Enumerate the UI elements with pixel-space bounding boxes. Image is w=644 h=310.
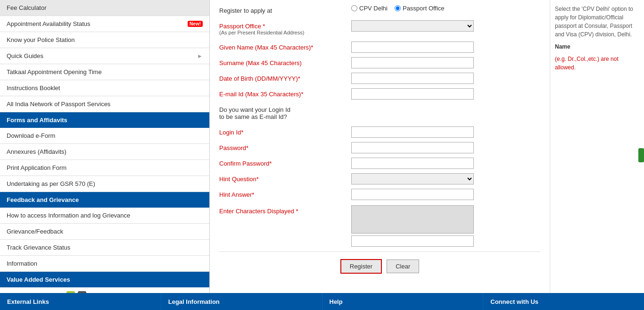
password-input-area (351, 142, 540, 153)
sidebar-item-know-police-station[interactable]: Know your Police Station (0, 32, 209, 48)
sidebar-header-value-added-header: Value Added Services (0, 272, 209, 287)
register-at-options: CPV Delhi Passport Office (351, 5, 445, 12)
password-input[interactable] (351, 142, 474, 153)
sidebar-item-download-eform[interactable]: Download e-Form (0, 128, 209, 144)
email-input-area (351, 88, 540, 100)
sidebar-item-print-application[interactable]: Print Application Form (0, 160, 209, 176)
captcha-image (351, 205, 474, 234)
captcha-label: Enter Characters Displayed * (219, 205, 351, 217)
login-same-email-label: Do you want your Login Id to be same as … (219, 104, 351, 123)
sidebar-label-instructions-booklet: Instructions Booklet (7, 84, 60, 92)
login-id-input[interactable] (351, 126, 474, 138)
arrow-icon-quick-guides: ► (197, 53, 203, 59)
sidebar-item-track-grievance[interactable]: Track Grievance Status (0, 240, 209, 256)
button-row: Register Clear (219, 251, 540, 281)
passport-office-radio[interactable] (395, 5, 401, 11)
sidebar-label-appointment-availability: Appointment Availability Status (7, 20, 91, 27)
login-same-email-row: Do you want your Login Id to be same as … (219, 104, 540, 123)
right-panel-line2: (e.g. Dr.,Col.,etc.) are not allowed. (555, 55, 639, 72)
sidebar-label-tatkaal-appointment: Tatkaal Appointment Opening Time (7, 68, 102, 75)
sidebar-item-mpassport[interactable]: mPassport Seva App ▲  (0, 287, 209, 293)
cpv-delhi-radio[interactable] (351, 5, 357, 11)
passport-office-input-area (351, 20, 540, 32)
sidebar-item-undertaking-gsr[interactable]: Undertaking as per GSR 570 (E) (0, 176, 209, 192)
scrollbar-indicator[interactable] (638, 148, 644, 162)
sidebar-item-fee-calculator[interactable]: Fee Calculator (0, 0, 209, 16)
footer-help[interactable]: Help (322, 293, 484, 310)
sidebar-item-annexures[interactable]: Annexures (Affidavits) (0, 144, 209, 160)
given-name-input-area (351, 42, 540, 53)
confirm-password-input[interactable] (351, 158, 474, 169)
login-id-label: Login Id* (219, 126, 351, 138)
dob-label: Date of Birth (DD/MM/YYYY)* (219, 73, 351, 84)
footer-legal-information[interactable]: Legal Information (161, 293, 322, 310)
sidebar-item-grievance-feedback[interactable]: Grievance/Feedback (0, 224, 209, 240)
dob-input-area (351, 73, 540, 84)
content-area: Fee CalculatorAppointment Availability S… (0, 0, 644, 293)
login-id-input-area (351, 126, 540, 138)
right-panel-name-header: Name (555, 42, 639, 51)
email-label: E-mail Id (Max 35 Characters)* (219, 88, 351, 100)
surname-row: Surname (Max 45 Characters) (219, 57, 540, 69)
main-content: Register to apply at CPV Delhi Passport … (210, 0, 550, 293)
sidebar-item-how-to-access[interactable]: How to access Information and log Grieva… (0, 208, 209, 224)
register-button[interactable]: Register (340, 259, 382, 274)
sidebar-item-quick-guides[interactable]: Quick Guides► (0, 48, 209, 64)
sidebar-label-how-to-access: How to access Information and log Grieva… (7, 212, 130, 219)
dob-input[interactable] (351, 73, 474, 84)
footer: External Links Legal Information Help Co… (0, 293, 644, 310)
passport-office-radio-label: Passport Office (403, 5, 445, 12)
sidebar-header-feedback-grievance-header: Feedback and Grievance (0, 192, 209, 208)
hint-answer-label: Hint Answer* (219, 189, 351, 201)
captcha-input[interactable] (351, 235, 474, 247)
clear-button[interactable]: Clear (387, 260, 419, 273)
cpv-delhi-option[interactable]: CPV Delhi (351, 5, 388, 12)
main-wrapper: Fee CalculatorAppointment Availability S… (0, 0, 644, 310)
captcha-row: Enter Characters Displayed * (219, 205, 540, 247)
register-at-row: Register to apply at CPV Delhi Passport … (219, 5, 540, 17)
right-panel: Select the 'CPV Delhi' option to apply f… (550, 0, 644, 293)
sidebar-header-forms-affidavits-header: Forms and Affidavits (0, 112, 209, 128)
sidebar-item-all-india-network[interactable]: All India Network of Passport Services (0, 96, 209, 112)
sidebar-item-appointment-availability[interactable]: Appointment Availability StatusNew! (0, 16, 209, 32)
new-badge-appointment-availability: New! (188, 21, 203, 27)
sidebar-label-download-eform: Download e-Form (7, 132, 55, 139)
sidebar-label-grievance-feedback: Grievance/Feedback (7, 228, 63, 235)
sidebar-label-know-police-station: Know your Police Station (7, 36, 75, 43)
passport-office-row: Passport Office * (As per Present Reside… (219, 20, 540, 38)
confirm-password-input-area (351, 158, 540, 169)
surname-input[interactable] (351, 57, 474, 68)
sidebar-item-instructions-booklet[interactable]: Instructions Booklet (0, 80, 209, 96)
surname-input-area (351, 57, 540, 68)
password-label: Password* (219, 142, 351, 154)
sidebar-label-quick-guides: Quick Guides (7, 52, 43, 59)
hint-answer-input[interactable] (351, 189, 474, 200)
hint-question-select[interactable] (351, 173, 474, 184)
captcha-input-area (351, 205, 540, 247)
sidebar-item-tatkaal-appointment[interactable]: Tatkaal Appointment Opening Time (0, 64, 209, 80)
footer-external-links[interactable]: External Links (0, 293, 161, 310)
given-name-row: Given Name (Max 45 Characters)* (219, 42, 540, 53)
hint-question-label: Hint Question* (219, 173, 351, 185)
sidebar-label-track-grievance: Track Grievance Status (7, 244, 70, 251)
email-row: E-mail Id (Max 35 Characters)* (219, 88, 540, 100)
passport-office-option[interactable]: Passport Office (395, 5, 445, 12)
sidebar-item-information[interactable]: Information (0, 256, 209, 272)
hint-answer-input-area (351, 189, 540, 200)
footer-connect-with-us[interactable]: Connect with Us (483, 293, 644, 310)
sidebar-label-undertaking-gsr: Undertaking as per GSR 570 (E) (7, 180, 95, 187)
dob-row: Date of Birth (DD/MM/YYYY)* (219, 73, 540, 84)
login-id-row: Login Id* (219, 126, 540, 138)
sidebar-label-all-india-network: All India Network of Passport Services (7, 101, 110, 108)
given-name-label: Given Name (Max 45 Characters)* (219, 42, 351, 53)
sidebar-label-fee-calculator: Fee Calculator (7, 4, 47, 11)
email-input[interactable] (351, 88, 474, 100)
password-row: Password* (219, 142, 540, 154)
confirm-password-row: Confirm Password* (219, 158, 540, 169)
sidebar-label-print-application: Print Application Form (7, 164, 66, 171)
passport-office-select[interactable] (351, 20, 474, 32)
given-name-input[interactable] (351, 42, 474, 53)
hint-answer-row: Hint Answer* (219, 189, 540, 201)
right-panel-line1: Select the 'CPV Delhi' option to apply f… (555, 5, 639, 39)
passport-office-label: Passport Office * (As per Present Reside… (219, 20, 351, 38)
